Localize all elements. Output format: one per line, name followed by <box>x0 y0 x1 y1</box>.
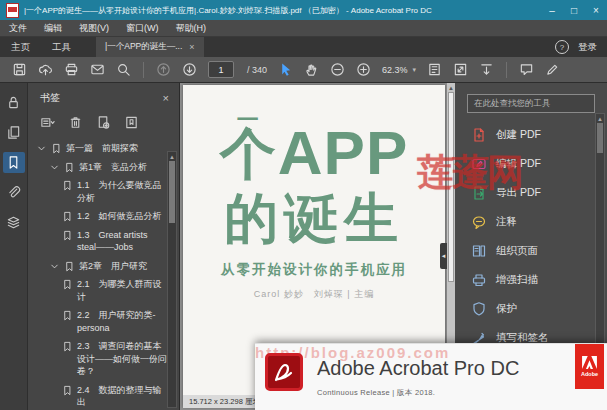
tools-search-input[interactable]: 在此处查找您的工具 <box>467 94 595 113</box>
search-icon[interactable] <box>116 62 131 77</box>
scroll-mode-icon[interactable] <box>479 62 494 77</box>
tool-item-organize-pages[interactable]: 组织页面 <box>471 243 607 259</box>
close-button[interactable]: × <box>585 0 607 20</box>
page-number-input[interactable]: 1 <box>208 61 234 78</box>
cover-authors: Carol 妙妙 刘焯琛 | 主编 <box>183 288 445 301</box>
bookmarks-close-icon[interactable]: × <box>163 92 169 104</box>
bookmark-item-label: 2.1 为哪类人群而设计 <box>77 278 169 303</box>
caret-down-icon[interactable] <box>49 162 60 173</box>
bookmarks-scrollbar-thumb[interactable] <box>169 161 175 223</box>
tool-item-enhance-scans[interactable]: 增强扫描 <box>471 272 607 288</box>
bookmark-item[interactable]: 2.1 为哪类人群而设计 <box>32 278 169 303</box>
nav-strip-attachments[interactable] <box>3 182 25 203</box>
tools-scrollbar-thumb[interactable] <box>597 123 603 153</box>
splash-release-line: Continuous Release | 版本 2018. <box>317 388 435 398</box>
tab-tools[interactable]: 工具 <box>41 37 82 57</box>
bookmark-item[interactable]: 1.2 如何做竞品分析 <box>32 210 169 223</box>
tool-item-protect[interactable]: 保护 <box>471 301 607 317</box>
zoom-out-icon[interactable] <box>330 62 345 77</box>
cloud-upload-icon[interactable] <box>38 62 53 77</box>
attachments-icon <box>6 185 21 200</box>
highlight-pen-icon[interactable] <box>545 62 560 77</box>
bookmarks-panel: 书签 × 第一篇 前期探索第1章 竞品分析1.1 为什么要做竞品分析1.2 如何… <box>28 83 180 410</box>
menu-item-0[interactable]: 文件 <box>9 22 27 35</box>
save-icon[interactable] <box>12 62 27 77</box>
menu-item-4[interactable]: 帮助(H) <box>176 22 207 35</box>
bookmarks-tree: 第一篇 前期探索第1章 竞品分析1.1 为什么要做竞品分析1.2 如何做竞品分析… <box>28 138 179 409</box>
menu-item-1[interactable]: 编辑 <box>44 22 62 35</box>
bookmark-item-label: 第2章 用户研究 <box>79 260 169 273</box>
bookmark-item[interactable]: 1.1 为什么要做竞品分析 <box>32 179 169 204</box>
acrobat-window: |一个APP的诞生——从零开始设计你的手机应用|.Carol.妙妙.刘焯琛.扫描… <box>0 0 607 410</box>
print-icon[interactable] <box>64 62 79 77</box>
bookmark-item[interactable]: 第2章 用户研究 <box>32 260 169 273</box>
next-page-icon[interactable] <box>182 62 197 77</box>
panel-collapse-handle[interactable]: ◄ <box>440 243 447 269</box>
tool-item-label: 创建 PDF <box>496 128 541 142</box>
email-icon[interactable] <box>90 62 105 77</box>
enhance-scans-icon <box>471 272 487 288</box>
site-watermark: 莲蓬网 <box>417 148 522 198</box>
toolbar-divider <box>143 62 144 78</box>
menu-item-3[interactable]: 窗口(W) <box>126 22 159 35</box>
bookmark-item-icon <box>64 261 75 272</box>
tab-home[interactable]: 主页 <box>0 37 41 57</box>
bookmark-item[interactable]: 2.4 数据的整理与输出 <box>32 384 169 409</box>
cover-subtitle: 从零开始设计你的手机应用 <box>183 261 445 279</box>
window-title: |一个APP的诞生——从零开始设计你的手机应用|.Carol.妙妙.刘焯琛.扫描… <box>24 5 541 16</box>
menu-item-2[interactable]: 视图(V) <box>79 22 109 35</box>
fit-page-icon[interactable] <box>427 62 442 77</box>
bookmark-item[interactable]: 2.3 调查问卷的基本设计——如何做一份问卷？ <box>32 340 169 378</box>
adobe-word: Adobe <box>581 371 598 377</box>
bookmark-item[interactable]: 2.2 用户研究的类-persona <box>32 309 169 334</box>
nav-strip-layers[interactable] <box>3 212 25 233</box>
previous-page-icon[interactable] <box>156 62 171 77</box>
bookmarks-toolbar <box>28 109 179 138</box>
maximize-button[interactable]: □ <box>563 0 585 20</box>
caret-down-icon[interactable] <box>49 261 60 272</box>
title-bar: |一个APP的诞生——从零开始设计你的手机应用|.Carol.妙妙.刘焯琛.扫描… <box>0 0 607 20</box>
comment-bubble-icon[interactable] <box>519 62 534 77</box>
document-tab-label: |一个APP的诞生—... <box>105 41 182 53</box>
bookmark-item[interactable]: 1.3 Great artists steal——Jobs <box>32 229 169 254</box>
zoom-in-icon[interactable] <box>356 62 371 77</box>
menu-bar: 文件编辑视图(V)窗口(W)帮助(H) <box>0 20 607 37</box>
help-circle-icon[interactable]: ? <box>555 40 569 54</box>
bookmark-item-icon <box>62 180 73 191</box>
bookmark-item-icon <box>51 143 62 154</box>
nav-strip-lock[interactable] <box>3 92 25 113</box>
page-count-label: / 340 <box>247 65 267 75</box>
main-toolbar: 1 / 340 62.3% ▾ <box>0 57 607 83</box>
expand-current-bookmark-icon[interactable] <box>124 115 139 130</box>
acrobat-logo-icon <box>265 353 303 391</box>
tool-item-label: 增强扫描 <box>496 273 538 287</box>
bookmarks-scrollbar[interactable]: ▲ <box>167 151 177 408</box>
bookmark-item-icon <box>62 211 73 222</box>
document-tab[interactable]: |一个APP的诞生—... × <box>96 37 204 57</box>
tool-item-create-pdf[interactable]: 创建 PDF <box>471 127 607 143</box>
tool-item-label: 注释 <box>496 215 517 229</box>
caret-down-icon[interactable] <box>36 143 47 154</box>
bookmark-item[interactable]: 第1章 竞品分析 <box>32 161 169 174</box>
hand-tool-icon[interactable] <box>304 62 319 77</box>
zoom-level-dropdown[interactable]: 62.3% ▾ <box>382 65 416 75</box>
minimize-button[interactable]: – <box>541 0 563 20</box>
document-tab-close-icon[interactable]: × <box>189 42 194 52</box>
actual-size-icon[interactable] <box>453 62 468 77</box>
bookmark-item-label: 1.1 为什么要做竞品分析 <box>77 179 169 204</box>
bookmark-item-label: 2.4 数据的整理与输出 <box>77 384 169 409</box>
create-pdf-icon <box>471 127 487 143</box>
nav-strip-bookmarks[interactable] <box>3 152 25 173</box>
delete-bookmark-icon[interactable] <box>68 115 83 130</box>
tool-item-label: 组织页面 <box>496 244 538 258</box>
comment-tool-icon <box>471 214 487 230</box>
nav-strip-page-thumbnails[interactable] <box>3 122 25 143</box>
tab-bar: 主页 工具 |一个APP的诞生—... × ? 登录 <box>0 37 607 57</box>
select-cursor-icon[interactable] <box>278 62 293 77</box>
new-bookmark-icon[interactable] <box>96 115 111 130</box>
options-menu-icon[interactable] <box>40 115 55 130</box>
bookmark-item-icon <box>62 310 73 321</box>
sign-in-link[interactable]: 登录 <box>578 41 597 54</box>
bookmark-item[interactable]: 第一篇 前期探索 <box>32 142 169 155</box>
tool-item-comment-tool[interactable]: 注释 <box>471 214 607 230</box>
